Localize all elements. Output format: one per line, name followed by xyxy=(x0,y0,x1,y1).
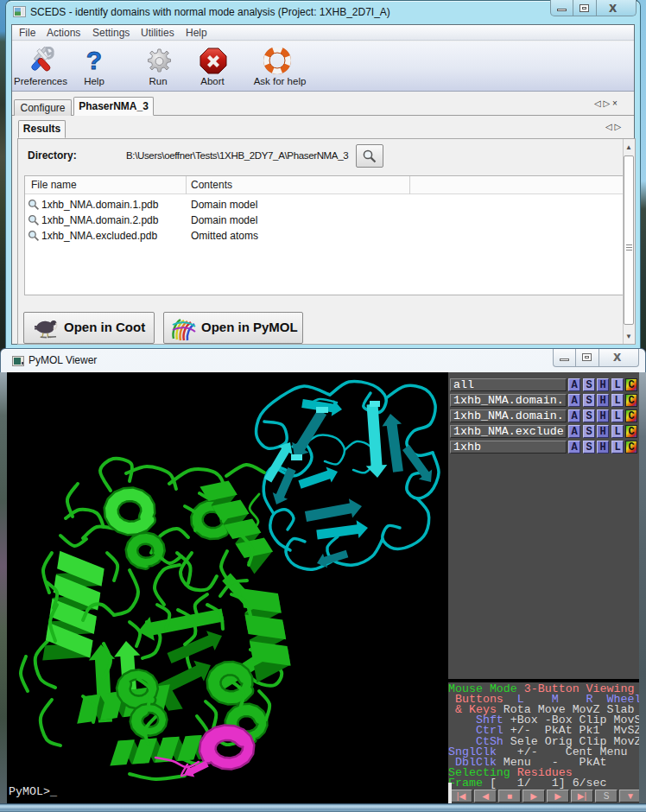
svg-text:?: ? xyxy=(86,48,102,73)
